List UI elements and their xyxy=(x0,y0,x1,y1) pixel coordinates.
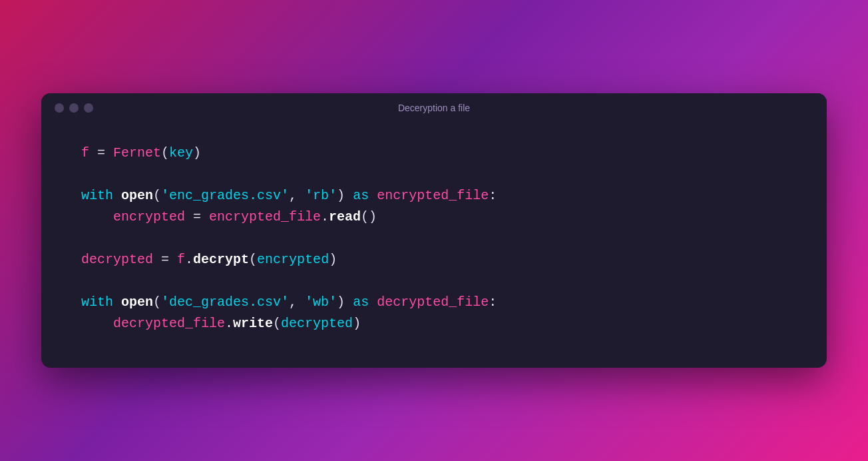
code-token: encrypted xyxy=(81,209,193,225)
code-token: = xyxy=(161,252,177,267)
code-token: open xyxy=(121,188,153,203)
code-line-2: with open('enc_grades.csv', 'rb') as enc… xyxy=(81,185,787,207)
code-token: ( xyxy=(249,252,257,267)
code-token: key xyxy=(169,145,193,161)
code-token: read xyxy=(329,209,361,225)
code-token: = xyxy=(193,209,209,225)
code-token: with xyxy=(81,294,121,310)
code-token: ) xyxy=(193,145,201,161)
code-token: 'wb' xyxy=(305,294,337,310)
code-token: , xyxy=(289,188,305,203)
code-token: f xyxy=(177,252,185,267)
code-token: : xyxy=(489,294,497,310)
traffic-lights xyxy=(55,103,93,113)
code-window: Deceryption a file f = Fernet(key) with … xyxy=(41,93,827,368)
code-token: 'dec_grades.csv' xyxy=(161,294,289,310)
code-token: decrypted xyxy=(281,316,353,331)
code-token: = xyxy=(97,145,113,161)
code-token: 'enc_grades.csv' xyxy=(161,188,289,203)
code-line-6: decrypted_file.write(decrypted) xyxy=(81,313,787,334)
code-token: () xyxy=(361,209,377,225)
code-line-4: decrypted = f.decrypt(encrypted) xyxy=(81,249,787,270)
code-token: encrypted_file xyxy=(209,209,321,225)
code-token: decrypted_file xyxy=(377,294,489,310)
code-token: encrypted_file xyxy=(377,188,489,203)
code-token: open xyxy=(121,294,153,310)
code-token: : xyxy=(489,188,497,203)
code-token: as xyxy=(353,188,377,203)
code-line-3: encrypted = encrypted_file.read() xyxy=(81,207,787,228)
blank-line xyxy=(81,270,787,292)
code-line-5: with open('dec_grades.csv', 'wb') as dec… xyxy=(81,292,787,313)
code-token: . xyxy=(185,252,193,267)
code-token: . xyxy=(321,209,329,225)
code-token: . xyxy=(225,316,233,331)
window-title: Deceryption a file xyxy=(398,103,470,113)
code-token: ) xyxy=(329,252,337,267)
code-token: encrypted xyxy=(257,252,329,267)
code-area: f = Fernet(key) with open('enc_grades.cs… xyxy=(41,123,827,368)
code-token: decrypted xyxy=(81,252,161,267)
code-token: ) xyxy=(337,188,353,203)
code-token: ( xyxy=(153,188,161,203)
minimize-dot xyxy=(69,103,79,113)
code-token: as xyxy=(353,294,377,310)
blank-line xyxy=(81,228,787,249)
code-token: 'rb' xyxy=(305,188,337,203)
code-token: decrypt xyxy=(193,252,249,267)
code-token: with xyxy=(81,188,121,203)
code-token: ( xyxy=(161,145,169,161)
blank-line xyxy=(81,164,787,185)
code-token: , xyxy=(289,294,305,310)
code-token: ) xyxy=(337,294,353,310)
maximize-dot xyxy=(84,103,93,113)
code-token: ( xyxy=(273,316,281,331)
code-token: decrypted_file xyxy=(81,316,225,331)
code-token: Fernet xyxy=(113,145,161,161)
code-token: write xyxy=(233,316,273,331)
code-token: f xyxy=(81,145,97,161)
code-token: ( xyxy=(153,294,161,310)
title-bar: Deceryption a file xyxy=(41,93,827,123)
close-dot xyxy=(55,103,64,113)
code-line-1: f = Fernet(key) xyxy=(81,143,787,164)
code-token: ) xyxy=(353,316,361,331)
